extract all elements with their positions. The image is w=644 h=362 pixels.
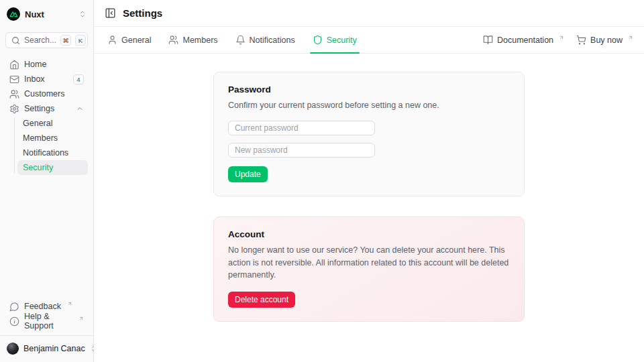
sidebar-item-general[interactable]: General xyxy=(17,116,88,131)
inbox-count-badge: 4 xyxy=(73,74,84,84)
gear-icon xyxy=(9,104,19,114)
search-placeholder: Search... xyxy=(24,36,56,45)
tab-label: Notifications xyxy=(250,36,295,45)
action-label: Buy now xyxy=(590,36,623,45)
sidebar-nav: Home Inbox 4 Customers Settings xyxy=(5,57,88,299)
account-card-description: No longer want to use our service? You c… xyxy=(228,244,510,282)
sidebar-item-members[interactable]: Members xyxy=(17,131,88,145)
search-input[interactable]: Search... ⌘ K xyxy=(5,32,88,48)
external-link-icon xyxy=(628,35,633,40)
sidebar-item-label: Notifications xyxy=(23,148,68,158)
sidebar-item-notifications[interactable]: Notifications xyxy=(17,145,88,160)
external-link-icon xyxy=(67,301,72,306)
workspace-switcher[interactable]: Nuxt xyxy=(5,5,88,23)
bell-icon xyxy=(235,35,246,45)
users-icon xyxy=(168,35,178,45)
kbd-meta: ⌘ xyxy=(60,35,71,46)
new-password-field[interactable] xyxy=(228,143,375,158)
sidebar: Nuxt Search... ⌘ K Home xyxy=(0,0,94,362)
nuxt-logo-icon xyxy=(7,7,20,21)
help-support-link[interactable]: Help & Support xyxy=(5,314,88,328)
sidebar-item-label: General xyxy=(23,119,52,128)
sidebar-item-label: Feedback xyxy=(24,302,61,311)
panel-left-close-icon[interactable] xyxy=(105,7,116,19)
account-card: Account No longer want to use our servic… xyxy=(213,217,525,322)
sidebar-item-label: Members xyxy=(23,133,58,143)
password-card: Password Confirm your current password b… xyxy=(213,72,525,196)
settings-subnav: General Members Notifications Security xyxy=(5,116,88,175)
kbd-k: K xyxy=(75,35,86,46)
current-password-field[interactable] xyxy=(228,121,375,135)
external-link-icon xyxy=(78,316,84,321)
chevron-up-icon xyxy=(76,105,84,113)
sidebar-footer: Feedback Help & Support xyxy=(5,299,88,328)
documentation-link[interactable]: Documentation xyxy=(483,35,564,45)
message-circle-icon xyxy=(9,302,19,312)
tab-general[interactable]: General xyxy=(105,27,154,53)
search-icon xyxy=(11,36,20,45)
sidebar-item-label: Customers xyxy=(24,89,64,99)
chevrons-up-down-icon xyxy=(78,10,87,18)
sidebar-item-security[interactable]: Security xyxy=(17,160,88,175)
external-link-icon xyxy=(559,35,564,40)
tab-label: General xyxy=(121,36,151,45)
users-icon xyxy=(9,89,19,99)
sidebar-item-label: Help & Support xyxy=(24,312,72,330)
info-icon xyxy=(9,316,19,326)
update-password-button[interactable]: Update xyxy=(228,166,268,182)
tab-bar: General Members Notifications xyxy=(94,27,644,54)
sidebar-item-home[interactable]: Home xyxy=(5,57,88,72)
app-window: Nuxt Search... ⌘ K Home xyxy=(0,0,644,362)
tab-security[interactable]: Security xyxy=(310,27,360,53)
tab-notifications[interactable]: Notifications xyxy=(233,27,298,53)
page-title: Settings xyxy=(123,7,162,19)
mail-icon xyxy=(9,74,19,84)
sidebar-item-customers[interactable]: Customers xyxy=(5,86,88,101)
buy-now-link[interactable]: Buy now xyxy=(576,35,633,45)
avatar xyxy=(7,343,19,355)
tabs: General Members Notifications xyxy=(105,27,360,53)
sidebar-item-settings[interactable]: Settings xyxy=(5,101,88,116)
sidebar-item-label: Settings xyxy=(24,104,54,113)
user-menu[interactable]: Benjamin Canac xyxy=(5,341,88,357)
delete-account-button[interactable]: Delete account xyxy=(228,292,295,308)
sidebar-item-label: Security xyxy=(23,163,53,172)
account-card-title: Account xyxy=(228,229,510,239)
sidebar-item-inbox[interactable]: Inbox 4 xyxy=(5,72,88,86)
user-icon xyxy=(107,35,117,45)
main-panel: Settings General Members xyxy=(94,0,644,362)
settings-security-content: Password Confirm your current password b… xyxy=(94,54,644,362)
action-label: Documentation xyxy=(497,36,553,45)
book-open-icon xyxy=(483,35,493,45)
sidebar-item-label: Inbox xyxy=(24,74,45,84)
tab-members[interactable]: Members xyxy=(166,27,220,53)
password-card-description: Confirm your current password before set… xyxy=(228,99,510,112)
shield-icon xyxy=(313,35,323,45)
workspace-name: Nuxt xyxy=(25,9,74,19)
user-name: Benjamin Canac xyxy=(23,344,85,353)
password-card-title: Password xyxy=(228,84,510,95)
tab-label: Members xyxy=(182,36,217,45)
sidebar-divider xyxy=(0,335,93,336)
sidebar-item-label: Home xyxy=(24,60,46,69)
page-header: Settings xyxy=(94,0,644,27)
tabbar-actions: Documentation Buy now xyxy=(483,27,633,53)
home-icon xyxy=(9,60,19,70)
shopping-cart-icon xyxy=(576,35,586,45)
tab-label: Security xyxy=(327,36,357,45)
